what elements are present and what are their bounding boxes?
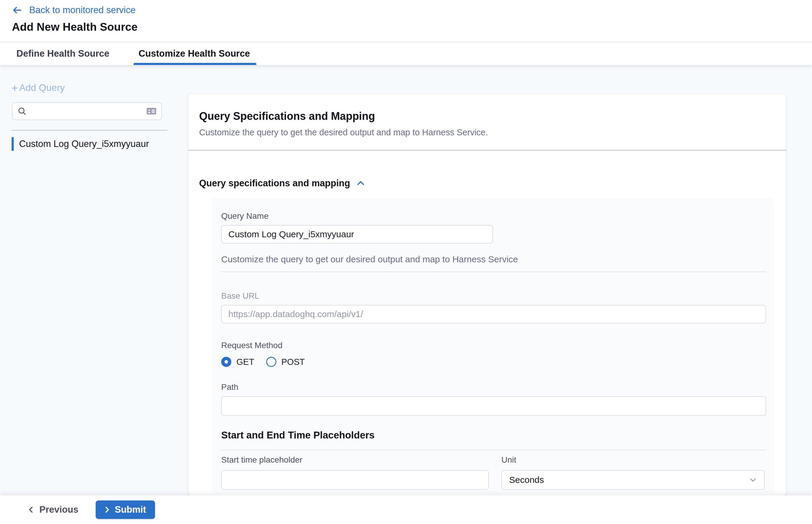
submit-button[interactable]: Submit — [96, 501, 155, 519]
back-link[interactable]: Back to monitored service — [12, 5, 136, 16]
add-query-button[interactable]: + Add Query — [11, 82, 65, 93]
unit-label: Unit — [501, 455, 765, 465]
time-placeholder-columns: Start time placeholder Unit Seconds — [221, 455, 774, 490]
radio-post-label: POST — [281, 357, 305, 367]
section-heading: Query specifications and mapping — [199, 178, 350, 189]
query-list-item[interactable]: Custom Log Query_i5xmyyuaur — [0, 137, 189, 151]
card-divider-2 — [221, 450, 766, 451]
section-collapse-toggle[interactable]: Query specifications and mapping — [199, 178, 774, 189]
chevron-up-icon — [356, 179, 366, 188]
query-name-label: Query Name — [221, 211, 774, 221]
tab-bar: Define Health Source Customize Health So… — [0, 42, 812, 65]
query-search-box — [12, 102, 162, 120]
previous-button[interactable]: Previous — [27, 504, 78, 515]
tab-customize-health-source[interactable]: Customize Health Source — [139, 42, 250, 65]
start-time-placeholder-input[interactable] — [221, 470, 489, 490]
path-input[interactable] — [221, 396, 766, 416]
panel-title: Query Specifications and Mapping — [199, 110, 775, 122]
page-header: Back to monitored service Add New Health… — [0, 0, 812, 42]
sidebar-divider — [12, 130, 167, 131]
query-spec-card: Query Name Customize the query to get ou… — [212, 198, 774, 493]
main-area: Query Specifications and Mapping Customi… — [189, 65, 812, 495]
add-query-label: Add Query — [19, 82, 65, 93]
path-label: Path — [221, 382, 774, 392]
base-url-input[interactable] — [221, 305, 766, 323]
query-name-input[interactable] — [221, 225, 493, 244]
card-divider — [221, 272, 766, 272]
query-sidebar: + Add Query Custom Log Query_i5xmyyuaur — [0, 65, 189, 495]
request-method-label: Request Method — [221, 341, 774, 350]
card-view-icon[interactable] — [146, 105, 157, 117]
query-spec-panel: Query Specifications and Mapping Customi… — [189, 94, 786, 495]
search-icon — [17, 107, 27, 116]
time-placeholders-heading: Start and End Time Placeholders — [221, 429, 774, 441]
panel-header: Query Specifications and Mapping Customi… — [189, 94, 786, 137]
submit-button-label: Submit — [115, 504, 146, 515]
chevron-right-icon — [103, 506, 111, 514]
chevron-down-icon — [748, 475, 758, 484]
radio-post[interactable] — [266, 357, 276, 367]
start-time-label: Start time placeholder — [221, 455, 489, 465]
panel-divider — [189, 150, 786, 150]
chevron-left-icon — [27, 506, 35, 514]
panel-subtitle: Customize the query to get the desired o… — [199, 128, 775, 137]
radio-get-label: GET — [237, 357, 254, 367]
tab-define-health-source[interactable]: Define Health Source — [16, 42, 109, 65]
radio-get[interactable] — [221, 357, 231, 367]
query-name-helper: Customize the query to get our desired o… — [221, 254, 774, 264]
query-search-input[interactable] — [31, 107, 146, 116]
request-method-radio-group: GET POST — [221, 357, 774, 367]
page-title: Add New Health Source — [12, 21, 812, 33]
arrow-left-icon — [12, 5, 23, 16]
plus-icon: + — [11, 83, 18, 93]
start-time-column: Start time placeholder — [221, 455, 489, 490]
footer-bar: Previous Submit — [0, 495, 812, 524]
unit-select-value: Seconds — [509, 475, 544, 485]
query-item-label: Custom Log Query_i5xmyyuaur — [19, 138, 149, 149]
back-link-label: Back to monitored service — [29, 5, 136, 16]
unit-column: Unit Seconds — [501, 455, 765, 490]
selected-indicator-bar — [12, 137, 14, 151]
base-url-label: Base URL — [221, 291, 774, 301]
previous-button-label: Previous — [39, 504, 78, 515]
content-region: + Add Query Custom Log Query_i5xmyyuaur … — [0, 65, 812, 495]
panel-body: Query specifications and mapping Query N… — [189, 178, 786, 493]
unit-select[interactable]: Seconds — [501, 470, 765, 490]
